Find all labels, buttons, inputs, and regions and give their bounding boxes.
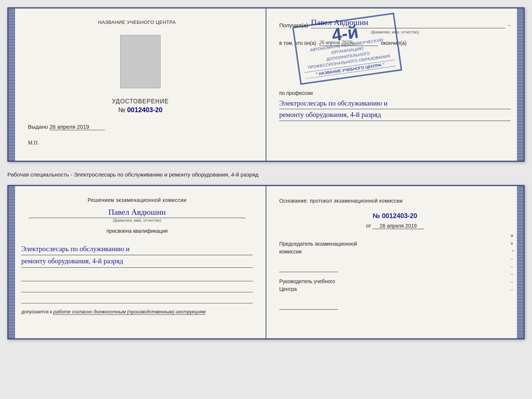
top-left-panel: НАЗВАНИЕ УЧЕБНОГО ЦЕНТРА УДОСТОВЕРЕНИЕ №…	[8, 8, 266, 161]
edge-dash-4: –	[511, 279, 515, 285]
chairman-role-line1: Председатель экзаменационной	[279, 241, 357, 247]
profession-line1: Электрослесарь по обслуживанию и	[279, 98, 511, 109]
profession-section-top: по профессии Электрослесарь по обслужива…	[279, 90, 511, 121]
blank-line-3	[21, 295, 253, 303]
stamp-line2: ДОПОЛНИТЕЛЬНОГО ПРОФЕССИОНАЛЬНОГО ОБРАЗО…	[303, 47, 395, 71]
prisvoena-label: присвоена квалификация	[21, 228, 253, 234]
page-wrapper: НАЗВАНИЕ УЧЕБНОГО ЦЕНТРА УДОСТОВЕРЕНИЕ №…	[7, 7, 525, 339]
director-sig-line	[279, 302, 338, 310]
okonchil-text: окончил(а)	[381, 40, 407, 46]
right-edge-letters: и а ← – – – – –	[511, 232, 515, 292]
chairman-role-line2: комиссии	[279, 249, 302, 254]
chairman-section: Председатель экзаменационной комиссии	[279, 240, 511, 272]
edge-dash-1: –	[511, 256, 515, 261]
fio-label-top: (фамилия, имя, отчество)	[279, 30, 511, 34]
director-role-line1: Руководитель учебного	[279, 278, 335, 284]
middle-text: Рабочая специальность - Электрослесарь п…	[7, 168, 525, 178]
photo-placeholder	[120, 35, 161, 88]
recipient-dash: –	[508, 22, 511, 28]
dopusk-label: допускается к	[21, 309, 52, 314]
ot-date: 26 апреля 2019	[373, 223, 424, 229]
po-professii-label: по профессии	[279, 90, 511, 96]
cert-number: № 0012403-20	[112, 106, 169, 114]
blank-line-2	[21, 284, 253, 292]
org-name-top: НАЗВАНИЕ УЧЕБНОГО ЦЕНТРА	[98, 19, 176, 25]
issued-label: Выдано	[28, 124, 48, 130]
ot-line: от 26 апреля 2019	[279, 223, 511, 229]
edge-letter-arrow: ←	[511, 248, 515, 254]
cert-number-prefix: №	[118, 106, 125, 114]
edge-letter-a: а	[511, 240, 515, 246]
recipient-name: Павел Авдюшин	[311, 18, 505, 28]
director-role-line2: Центра	[279, 286, 297, 292]
stamp-name: " НАЗВАНИЕ УЧЕБНОГО ЦЕНТРА "	[305, 60, 396, 79]
blank-lines	[21, 273, 253, 303]
osnov-label: Основание: протокол экзаменационной коми…	[279, 197, 511, 205]
protocol-number: № 0012403-20	[279, 212, 511, 220]
blank-line-1	[21, 273, 253, 281]
chairman-sig-line	[279, 265, 338, 272]
decision-title: Решением экзаменационной комиссии	[21, 197, 253, 203]
qual-line2: ремонту оборудования, 4-й разряд	[21, 255, 253, 267]
spine-left	[8, 8, 15, 161]
chairman-role: Председатель экзаменационной комиссии	[279, 240, 511, 256]
cert-number-value: 0012403-20	[127, 106, 162, 114]
director-role: Руководитель учебного Центра	[279, 278, 511, 293]
spine-right-bottom	[517, 186, 524, 338]
top-document: НАЗВАНИЕ УЧЕБНОГО ЦЕНТРА УДОСТОВЕРЕНИЕ №…	[7, 7, 525, 162]
edge-dash-3: –	[511, 271, 515, 277]
issued-date: 26 апреля 2019	[50, 124, 105, 130]
cert-issued: Выдано 26 апреля 2019	[28, 124, 105, 130]
recipient-label: Получил(а)	[279, 22, 308, 28]
dopuskaetsya-text: допускается к работе согласно должностны…	[21, 309, 253, 314]
date-value: 26 апреля 2019г.	[319, 40, 378, 46]
top-right-panel: 4-й АВТОНОМНУЮ НЕКОММЕРЧЕСКУЮ ОРГАНИЗАЦИ…	[266, 8, 524, 161]
dopusk-value: работе согласно должностным (производств…	[53, 309, 206, 315]
fio-small-bottom: (фамилия, имя, отчество)	[21, 218, 253, 222]
qualification-section: Электрослесарь по обслуживанию и ремонту…	[21, 243, 253, 268]
mp-text: М.П.	[28, 140, 39, 146]
director-section: Руководитель учебного Центра	[279, 278, 511, 310]
vtom-text: в том, что он(а)	[279, 40, 316, 46]
vtom-line: в том, что он(а) 26 апреля 2019г. окончи…	[279, 40, 511, 46]
cert-title-text: УДОСТОВЕРЕНИЕ	[112, 98, 169, 105]
recipient-line: Получил(а) Павел Авдюшин –	[279, 18, 511, 28]
certificate-title: УДОСТОВЕРЕНИЕ № 0012403-20	[112, 98, 169, 114]
bottom-right-panel: Основание: протокол экзаменационной коми…	[266, 186, 524, 338]
bottom-left-panel: Решением экзаменационной комиссии Павел …	[8, 186, 266, 338]
person-name-large: Павел Авдюшин	[29, 207, 245, 218]
ot-label: от	[366, 223, 371, 229]
edge-dash-2: –	[511, 263, 515, 269]
edge-dash-5: –	[511, 286, 515, 292]
edge-letter-i: и	[511, 232, 515, 238]
bottom-document: Решением экзаменационной комиссии Павел …	[7, 185, 525, 339]
spine-left-bottom	[8, 186, 15, 338]
qual-line1: Электрослесарь по обслуживанию и	[21, 243, 253, 255]
spine-right-top	[517, 8, 524, 161]
profession-line2: ремонту оборудования, 4-й разряд	[279, 109, 511, 121]
